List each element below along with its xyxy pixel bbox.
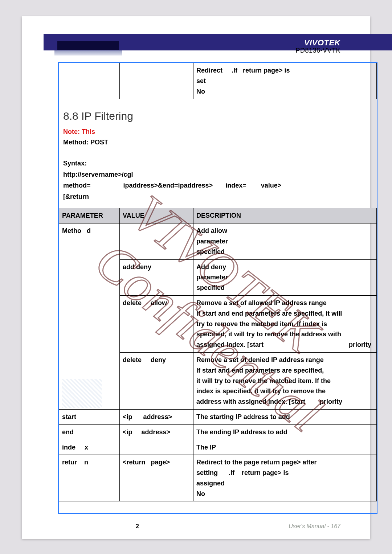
table-text: Redirect .If return page> is bbox=[196, 67, 290, 74]
header-block bbox=[57, 41, 119, 50]
table-cell bbox=[59, 63, 120, 99]
table-cell: start bbox=[59, 409, 120, 424]
table-cell: inde x bbox=[59, 440, 120, 455]
syntax-heading: Syntax: bbox=[63, 158, 377, 169]
table-cell: Remove a set of denied IP address range … bbox=[193, 352, 377, 409]
method-label: Method: POST bbox=[63, 139, 108, 146]
table-cell: retur n bbox=[59, 455, 120, 501]
table-cell: add deny bbox=[120, 259, 193, 295]
table-header: VALUE bbox=[120, 208, 193, 223]
footer-right-page: 167 bbox=[331, 523, 340, 529]
footer-left-page: 2 bbox=[136, 523, 139, 530]
section-title: IP Filtering bbox=[81, 110, 133, 122]
table-cell: delete deny bbox=[120, 352, 193, 409]
table-text: set bbox=[196, 77, 206, 85]
brand-text: VIVOTEK bbox=[304, 38, 340, 48]
table-cell: delete allow bbox=[120, 295, 193, 352]
method-line: Method: POST bbox=[63, 137, 377, 148]
table-cell bbox=[120, 223, 193, 259]
header-grad bbox=[54, 50, 122, 56]
top-table: Redirect .If return page> is set No bbox=[59, 63, 377, 99]
syntax-line: [&return bbox=[63, 191, 377, 202]
note-label: Note: This bbox=[63, 128, 95, 135]
table-cell bbox=[120, 440, 193, 455]
table-cell bbox=[120, 63, 193, 99]
section-heading: 8.8 IP Filtering bbox=[63, 110, 377, 122]
table-cell: Metho d bbox=[59, 223, 120, 410]
page: VIVOTEK PD8136-VVTK Redirect .If return … bbox=[22, 16, 370, 539]
footer-right: User's Manual - 167 bbox=[289, 523, 340, 530]
model-text: PD8136-VVTK bbox=[295, 47, 340, 54]
table-cell: The starting IP address to add bbox=[193, 409, 377, 424]
table-cell: <return page> bbox=[120, 455, 193, 501]
table-cell: The IP bbox=[193, 440, 377, 455]
table-cell: Redirect .If return page> is set No bbox=[193, 63, 377, 99]
table-header: PARAMETER bbox=[59, 208, 120, 223]
table-header: DESCRIPTION bbox=[193, 208, 377, 223]
main-table: PARAMETER VALUE DESCRIPTION Metho d Add … bbox=[59, 208, 377, 501]
footer-right-label: User's Manual - bbox=[289, 523, 329, 529]
syntax-block: Syntax: http://servername>/cgi method= i… bbox=[63, 158, 377, 202]
syntax-line: method= ipaddress>&end=ipaddress> index=… bbox=[63, 180, 377, 191]
table-cell: Add allow parameter specified bbox=[193, 223, 377, 259]
table-cell: Add deny parameter specified bbox=[193, 259, 377, 295]
table-cell: <ip address> bbox=[120, 424, 193, 440]
table-cell: The ending IP address to add bbox=[193, 424, 377, 440]
table-cell: <ip address> bbox=[120, 409, 193, 424]
syntax-line: http://servername>/cgi bbox=[63, 169, 377, 180]
table-text: No bbox=[196, 88, 205, 95]
table-cell: Redirect to the page return page> after … bbox=[193, 455, 377, 501]
note-line: Note: This bbox=[63, 127, 377, 137]
section-number: 8.8 bbox=[63, 110, 78, 122]
content-frame: Redirect .If return page> is set No 8.8 … bbox=[58, 62, 377, 514]
table-cell: Remove a set of allowed IP address range… bbox=[193, 295, 377, 352]
table-cell: end bbox=[59, 424, 120, 440]
